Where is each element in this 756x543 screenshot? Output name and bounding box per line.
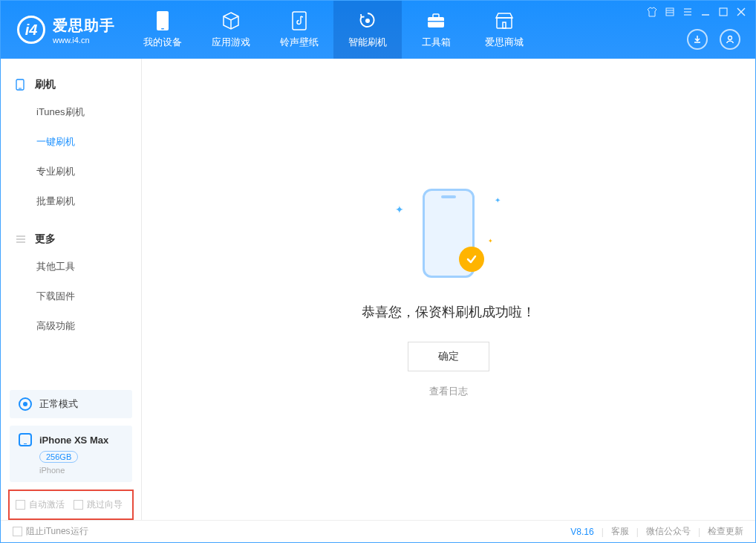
device-name: iPhone XS Max (39, 435, 108, 446)
section-title: 刷机 (35, 78, 56, 91)
nav-label: 我的设备 (143, 36, 182, 49)
sidebar-item-batch-flash[interactable]: 批量刷机 (1, 186, 141, 216)
nav-label: 工具箱 (422, 36, 451, 49)
mode-icon (19, 397, 32, 411)
wechat-link[interactable]: 微信公众号 (646, 525, 691, 538)
body-area: 刷机 iTunes刷机 一键刷机 专业刷机 批量刷机 更多 其他工具 下载固件 … (1, 59, 755, 520)
svg-point-3 (365, 19, 370, 23)
sparkle-icon: ✦ (395, 204, 404, 215)
nav-label: 应用游戏 (212, 36, 250, 49)
svg-rect-6 (428, 21, 444, 22)
check-update-link[interactable]: 检查更新 (708, 525, 743, 538)
options-highlight-box: 自动激活 跳过向导 (8, 490, 134, 520)
sidebar-item-oneclick-flash[interactable]: 一键刷机 (1, 127, 141, 157)
separator: | (636, 527, 639, 537)
more-icon (16, 235, 27, 244)
separator: | (698, 527, 700, 537)
sparkle-icon: ✦ (495, 196, 501, 204)
shirt-icon[interactable] (647, 7, 657, 19)
checkbox-icon (74, 500, 83, 510)
version-label: V8.16 (570, 527, 593, 537)
nav-tab-device[interactable]: 我的设备 (128, 1, 197, 59)
store-icon (494, 10, 515, 31)
checkbox-block-itunes[interactable]: 阻止iTunes运行 (13, 525, 88, 538)
svg-rect-8 (503, 22, 506, 28)
device-mode-label: 正常模式 (39, 397, 78, 411)
checkbox-label: 跳过向导 (87, 498, 123, 511)
maximize-icon[interactable] (718, 7, 729, 19)
checkbox-icon (16, 500, 25, 510)
device-mode-box[interactable]: 正常模式 (10, 390, 132, 418)
checkbox-label: 自动激活 (29, 498, 65, 511)
svg-rect-16 (720, 8, 727, 16)
confirm-button[interactable]: 确定 (408, 342, 489, 371)
device-capacity: 256GB (39, 451, 78, 463)
device-small-icon (19, 433, 32, 446)
svg-point-19 (729, 36, 732, 40)
music-file-icon (289, 10, 310, 31)
device-info-box[interactable]: iPhone XS Max 256GB iPhone (10, 426, 132, 482)
list-icon[interactable] (682, 7, 693, 19)
device-icon (152, 10, 173, 31)
svg-rect-1 (161, 28, 164, 30)
close-icon[interactable] (736, 7, 746, 19)
device-type: iPhone (39, 466, 123, 475)
nav-label: 爱思商城 (485, 36, 524, 49)
logo-text: 爱思助手 www.i4.cn (53, 16, 115, 45)
app-title: 爱思助手 (53, 16, 115, 36)
app-subtitle: www.i4.cn (53, 36, 115, 45)
app-header: i4 爱思助手 www.i4.cn 我的设备 应用游戏 铃声壁纸 智能刷机 工具… (1, 1, 755, 59)
success-message: 恭喜您，保资料刷机成功啦！ (362, 303, 535, 321)
svg-rect-2 (293, 12, 306, 30)
checkbox-label: 阻止iTunes运行 (26, 525, 88, 538)
support-link[interactable]: 客服 (611, 525, 629, 538)
header-actions (687, 29, 740, 50)
svg-rect-4 (428, 17, 444, 27)
sidebar-item-download-firmware[interactable]: 下载固件 (1, 282, 141, 311)
checkbox-skip-guide[interactable]: 跳过向导 (74, 498, 123, 511)
sidebar-section-flash: 刷机 (1, 72, 141, 97)
status-bar: 阻止iTunes运行 V8.16 | 客服 | 微信公众号 | 检查更新 (1, 520, 755, 542)
sidebar-item-pro-flash[interactable]: 专业刷机 (1, 157, 141, 186)
nav-tabs: 我的设备 应用游戏 铃声壁纸 智能刷机 工具箱 爱思商城 (128, 1, 538, 59)
cube-icon (221, 10, 241, 31)
section-title: 更多 (35, 233, 56, 246)
checkbox-auto-activate[interactable]: 自动激活 (16, 498, 65, 511)
nav-tab-toolbox[interactable]: 工具箱 (402, 1, 470, 59)
sidebar: 刷机 iTunes刷机 一键刷机 专业刷机 批量刷机 更多 其他工具 下载固件 … (1, 59, 142, 520)
phone-small-icon (16, 79, 27, 91)
svg-rect-9 (666, 8, 674, 16)
window-controls (647, 7, 746, 19)
nav-label: 智能刷机 (348, 36, 387, 49)
check-badge-icon (459, 247, 484, 272)
footer-right: V8.16 | 客服 | 微信公众号 | 检查更新 (570, 525, 743, 538)
separator: | (602, 527, 604, 537)
sidebar-item-other-tools[interactable]: 其他工具 (1, 252, 141, 282)
nav-tab-store[interactable]: 爱思商城 (470, 1, 538, 59)
main-content: ✦ ✦ ✦ 恭喜您，保资料刷机成功啦！ 确定 查看日志 (142, 59, 755, 520)
sidebar-item-advanced[interactable]: 高级功能 (1, 311, 141, 341)
sidebar-item-itunes-flash[interactable]: iTunes刷机 (1, 97, 141, 127)
app-logo-icon: i4 (17, 16, 45, 44)
nav-tab-flash[interactable]: 智能刷机 (333, 1, 402, 59)
minimize-icon[interactable] (700, 7, 711, 19)
user-button[interactable] (720, 29, 740, 50)
svg-rect-0 (157, 11, 169, 30)
svg-rect-7 (497, 18, 512, 28)
device-panel: 正常模式 iPhone XS Max 256GB iPhone 自动激活 跳过向… (1, 390, 141, 520)
sidebar-section-more: 更多 (1, 227, 141, 252)
nav-tab-ringtones[interactable]: 铃声壁纸 (265, 1, 333, 59)
menu-icon[interactable] (665, 7, 675, 19)
sparkle-icon: ✦ (488, 238, 493, 244)
nav-tab-apps[interactable]: 应用游戏 (197, 1, 265, 59)
device-row: iPhone XS Max (19, 433, 123, 446)
checkbox-icon (13, 527, 22, 536)
logo-area: i4 爱思助手 www.i4.cn (1, 16, 128, 45)
refresh-shield-icon (357, 10, 378, 31)
download-button[interactable] (687, 29, 708, 50)
svg-rect-5 (433, 14, 439, 18)
toolbox-icon (426, 10, 446, 31)
view-log-link[interactable]: 查看日志 (429, 385, 468, 398)
success-illustration: ✦ ✦ ✦ (382, 181, 515, 285)
nav-label: 铃声壁纸 (280, 36, 319, 49)
